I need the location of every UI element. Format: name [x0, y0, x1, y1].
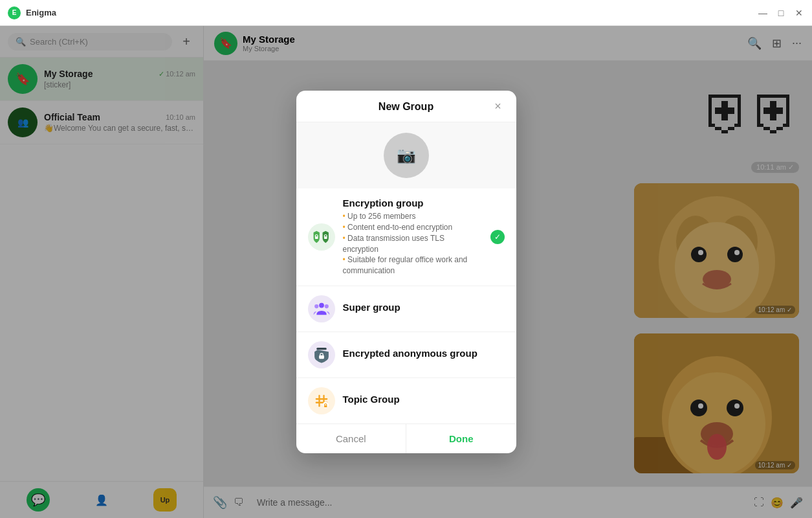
group-avatar[interactable]: 📷	[384, 133, 429, 178]
svg-rect-32	[315, 398, 327, 400]
dialog-title: New Group	[379, 101, 433, 113]
anon-group-name: Encrypted anonymous group	[343, 348, 505, 359]
super-group-content: Super group	[343, 302, 505, 315]
dialog-avatar-area: 📷	[296, 122, 516, 188]
anon-group-content: Encrypted anonymous group	[343, 348, 505, 361]
svg-rect-27	[316, 348, 327, 350]
encryption-group-icon	[308, 223, 335, 251]
option-topic-group[interactable]: Topic Group	[296, 378, 516, 423]
option-encryption-group[interactable]: Encryption group • Up to 256 members • C…	[296, 188, 516, 286]
encryption-group-desc: • Up to 256 members • Content end-to-end…	[343, 211, 483, 276]
maximize-button[interactable]: □	[776, 8, 786, 18]
encryption-group-content: Encryption group • Up to 256 members • C…	[343, 197, 483, 276]
option-super-group[interactable]: Super group	[296, 286, 516, 332]
dialog-close-button[interactable]: ×	[490, 98, 506, 114]
cancel-button[interactable]: Cancel	[296, 424, 407, 453]
minimize-button[interactable]: —	[758, 8, 768, 18]
super-group-name: Super group	[343, 302, 505, 313]
svg-point-24	[319, 303, 324, 308]
titlebar-left: E Enigma	[8, 6, 56, 19]
modal-overlay: New Group × 📷	[0, 26, 812, 518]
anon-group-icon	[308, 341, 335, 368]
app-title: Enigma	[26, 8, 56, 17]
topic-group-content: Topic Group	[343, 394, 505, 407]
done-button[interactable]: Done	[406, 424, 516, 453]
super-group-icon	[308, 295, 335, 322]
dialog-options-list: Encryption group • Up to 256 members • C…	[296, 188, 516, 423]
app-logo: E	[8, 6, 21, 19]
topic-group-name: Topic Group	[343, 394, 505, 405]
svg-rect-30	[318, 395, 320, 407]
dialog-header: New Group ×	[296, 91, 516, 122]
encryption-group-check: ✓	[490, 230, 505, 244]
svg-point-26	[324, 304, 328, 308]
topic-group-icon	[308, 387, 335, 414]
new-group-dialog: New Group × 📷	[296, 91, 516, 453]
svg-point-25	[314, 304, 318, 308]
close-button[interactable]: ✕	[794, 8, 804, 18]
titlebar: E Enigma — □ ✕	[0, 0, 812, 26]
dialog-footer: Cancel Done	[296, 423, 516, 453]
titlebar-controls: — □ ✕	[758, 8, 804, 18]
svg-rect-28	[319, 355, 324, 359]
encryption-group-name: Encryption group	[343, 197, 483, 208]
option-anon-group[interactable]: Encrypted anonymous group	[296, 332, 516, 378]
svg-rect-35	[324, 405, 327, 407]
